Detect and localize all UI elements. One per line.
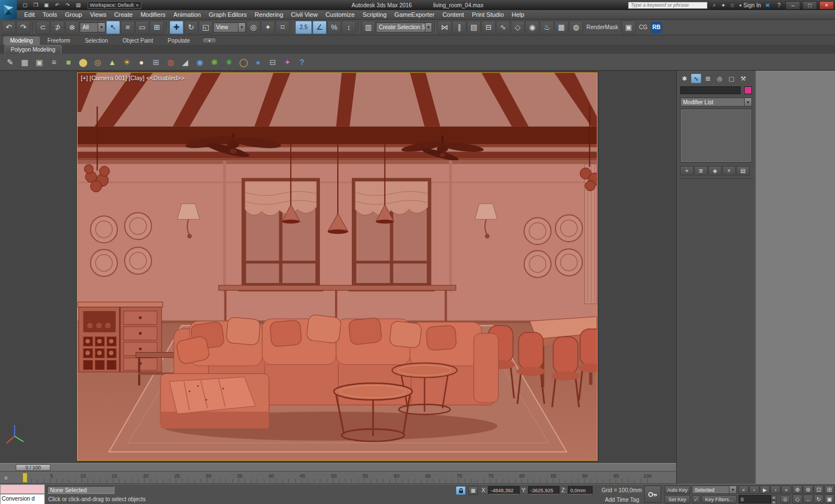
menu-modifiers[interactable]: Modifiers	[136, 11, 169, 18]
3dsmax-logo[interactable]	[0, 0, 17, 20]
open-file-icon[interactable]: ❒	[31, 1, 40, 9]
add-time-tag[interactable]: Add Time Tag	[605, 497, 639, 503]
reference-coordinate-dropdown[interactable]: View▼	[213, 22, 246, 33]
key-filters-button[interactable]: Key Filters...	[701, 495, 737, 503]
show-end-result-button[interactable]: ≣	[694, 166, 708, 175]
key-filter-check-icon[interactable]: ✓	[692, 495, 700, 503]
cone-primitive-icon[interactable]: ▲	[105, 55, 119, 69]
rendermask-label[interactable]: RenderMask	[584, 24, 621, 30]
menu-views[interactable]: Views	[86, 11, 110, 18]
earth-icon[interactable]: ◉	[193, 55, 207, 69]
paint-deform-icon[interactable]: ✦	[281, 55, 294, 69]
project-folder-icon[interactable]: ▤	[74, 1, 83, 9]
zoom-extents-icon[interactable]: ⊡	[814, 485, 824, 494]
window-crossing-icon[interactable]: ⊞	[150, 21, 164, 34]
angle-snap-icon[interactable]: ∠	[313, 21, 327, 34]
favorites-icon[interactable]: ☆	[728, 1, 737, 9]
edit-poly-mode-icon[interactable]: ✎	[3, 55, 17, 69]
make-unique-button[interactable]: ◈	[708, 166, 722, 175]
zoom-extents-all-icon[interactable]: ⊞	[824, 485, 834, 494]
time-slider-handle[interactable]: 0 / 100	[16, 464, 51, 471]
doughnut-icon[interactable]: ◯	[237, 55, 250, 69]
redo-icon[interactable]: ↷	[16, 21, 30, 34]
render-camera-icon[interactable]: ▣	[622, 21, 636, 34]
maximize-viewport-icon[interactable]: ▣	[824, 494, 834, 503]
selection-set-keys-dropdown[interactable]: Selected ▼	[692, 485, 737, 494]
scene-explorer-icon[interactable]: ⊟	[481, 21, 496, 34]
viewport-label[interactable]: [+] [Camera 001] [Clay] <<Disabled>>	[81, 75, 185, 81]
configure-modifier-sets-button[interactable]: ▤	[736, 166, 750, 175]
play-button[interactable]: ▶	[760, 485, 770, 494]
menu-edit[interactable]: Edit	[20, 11, 39, 18]
select-and-move-icon[interactable]: ✚	[169, 21, 183, 34]
schematic-view-icon[interactable]: ◇	[511, 21, 525, 34]
sign-in-button[interactable]: ● Sign In	[739, 2, 761, 8]
unlink-selection-icon[interactable]: ⊅	[51, 21, 65, 34]
display-tab-icon[interactable]: ▢	[726, 73, 737, 84]
search-input[interactable]	[628, 2, 708, 9]
named-selection-set-combo[interactable]: Create Selection Se▼	[376, 22, 432, 33]
orbit-icon[interactable]: ↻	[814, 494, 824, 503]
align-icon[interactable]: ∥	[452, 21, 466, 34]
selection-region-icon[interactable]: ▭	[135, 21, 149, 34]
use-pivot-center-icon[interactable]: ◎	[246, 21, 260, 34]
material-editor-icon[interactable]: ◉	[525, 21, 539, 34]
geosphere-icon[interactable]: ◍	[164, 55, 177, 69]
help-icon[interactable]: ?	[774, 1, 783, 9]
auto-key-button[interactable]: Auto Key	[664, 485, 690, 494]
save-file-icon[interactable]: ▣	[42, 1, 51, 9]
maximize-button[interactable]: □	[802, 1, 817, 10]
maxscript-mini-listener[interactable]: Conversion d	[0, 494, 45, 504]
cylinder-primitive-icon[interactable]: ⬤	[76, 55, 90, 69]
spinner-up-icon[interactable]: ▲	[771, 495, 777, 500]
layer-manager-icon[interactable]: ▤	[467, 21, 481, 34]
menu-content[interactable]: Content	[438, 11, 468, 18]
new-scene-icon[interactable]: ▢	[20, 1, 30, 9]
time-slider-track[interactable]: 0 / 100	[0, 463, 676, 471]
object-name-field[interactable]	[680, 86, 741, 94]
menu-gameexporter[interactable]: GameExporter	[391, 11, 439, 18]
exchange-icon[interactable]: ✕	[763, 1, 772, 9]
select-and-scale-icon[interactable]: ◱	[199, 21, 213, 34]
spinner-snap-icon[interactable]: ↕	[342, 21, 356, 34]
menu-civil-view[interactable]: Civil View	[287, 11, 322, 18]
menu-scripting[interactable]: Scripting	[359, 11, 391, 18]
search-icon[interactable]: ⌕	[710, 1, 719, 9]
keyboard-override-icon[interactable]: ⌑	[276, 21, 290, 34]
next-frame-button[interactable]: ›	[770, 485, 781, 494]
selection-filter-dropdown[interactable]: All▼	[80, 22, 105, 33]
close-button[interactable]: ×	[819, 1, 834, 10]
cg-label[interactable]: CG	[636, 24, 650, 30]
object-color-swatch[interactable]	[744, 86, 752, 94]
z-coordinate-field[interactable]: 0,0mm	[568, 486, 593, 494]
box-primitive-icon[interactable]: ■	[62, 55, 75, 69]
zoom-all-icon[interactable]: ⊜	[803, 485, 813, 494]
modifier-stack[interactable]	[680, 109, 752, 163]
track-bar[interactable]: ≡ 51015202530354045505560657075808590951…	[0, 471, 676, 484]
menu-animation[interactable]: Animation	[169, 11, 205, 18]
menu-create[interactable]: Create	[110, 11, 136, 18]
undo-icon[interactable]: ↶	[2, 21, 16, 34]
go-to-start-button[interactable]: «	[738, 485, 749, 494]
select-object-icon[interactable]: ↖	[106, 21, 120, 34]
hierarchy-tab-icon[interactable]: ⊞	[703, 73, 713, 84]
key-mode-toggle[interactable]: ⊙	[780, 495, 790, 503]
frame-spinner[interactable]: ▲▼	[771, 495, 777, 503]
tool-settings-icon[interactable]: ≡	[47, 55, 61, 69]
menu-help[interactable]: Help	[508, 11, 529, 18]
blue-sphere-icon[interactable]: ●	[251, 55, 265, 69]
edit-named-selection-sets-icon[interactable]: ▥	[361, 21, 375, 34]
workspace-dropdown[interactable]: Workspace: Default▼	[88, 1, 141, 9]
x-coordinate-field[interactable]: -4848,392	[488, 486, 520, 494]
show-grid-icon[interactable]: ▦	[18, 55, 31, 69]
utilities-tab-icon[interactable]: ⚒	[738, 73, 749, 84]
motion-tab-icon[interactable]: ◎	[714, 73, 725, 84]
rendered-frame-window-icon[interactable]: ▦	[554, 21, 568, 34]
select-and-link-icon[interactable]: ⊂	[36, 21, 50, 34]
select-and-rotate-icon[interactable]: ↻	[184, 21, 198, 34]
modifier-list-dropdown[interactable]: Modifier List ▼	[680, 98, 752, 107]
snaps-toggle-25-button[interactable]: 2.5	[295, 21, 312, 34]
menu-print-studio[interactable]: Print Studio	[468, 11, 508, 18]
sphere-primitive-icon[interactable]: ●	[135, 55, 148, 69]
curve-editor-icon[interactable]: ∿	[496, 21, 510, 34]
